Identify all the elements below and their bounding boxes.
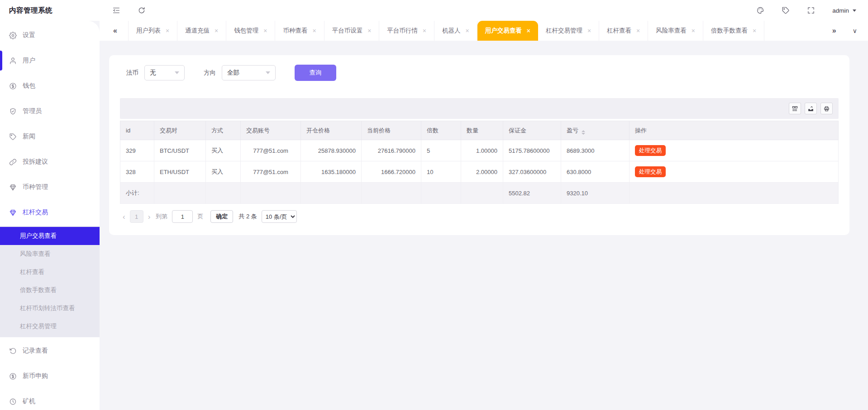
submenu-item[interactable]: 杠杆查看	[0, 263, 100, 281]
print-button[interactable]	[820, 103, 833, 114]
tabs-collapse-icon[interactable]: ∨	[853, 27, 857, 34]
tab[interactable]: 倍数手数查看 ×	[703, 21, 764, 41]
submenu-item[interactable]: 用户交易查看	[0, 227, 100, 245]
current-page-button[interactable]: 1	[130, 210, 143, 223]
dollar-circle-icon	[9, 82, 17, 90]
tab[interactable]: 平台币设置 ×	[324, 21, 380, 41]
amount-cell: 2.00000	[461, 161, 503, 183]
direction-filter-group: 方向 全部	[204, 65, 276, 80]
search-button[interactable]: 查询	[295, 65, 336, 81]
column-header[interactable]: 开仓价格	[301, 121, 362, 140]
submenu-item[interactable]: 倍数手数查看	[0, 281, 100, 299]
close-icon[interactable]: ×	[753, 27, 756, 34]
column-header[interactable]: 盈亏	[561, 121, 630, 140]
column-header[interactable]: 操作	[630, 121, 839, 140]
sidebar-item-label: 钱包	[23, 82, 35, 90]
sidebar-item-wallet[interactable]: 钱包	[0, 73, 100, 99]
margin-cell: 327.03600000	[503, 161, 561, 183]
table-header-row: id 交易对 方式 交易账号 开仓价格 当前价格 倍数	[120, 121, 839, 140]
handle-trade-button[interactable]: 处理交易	[635, 145, 666, 156]
table-toolbar	[120, 98, 839, 119]
sidebar-item-users[interactable]: 用户	[0, 48, 100, 73]
table-row: 328 ETH/USDT 买入 777@51.com 1635.180000 1…	[120, 161, 839, 183]
dollar-circle-icon	[9, 372, 17, 380]
trades-table: id 交易对 方式 交易账号 开仓价格 当前价格 倍数	[120, 121, 839, 204]
submenu-item[interactable]: 风险率查看	[0, 245, 100, 263]
fiat-select[interactable]: 无	[144, 65, 185, 80]
column-header[interactable]: 当前价格	[362, 121, 421, 140]
close-icon[interactable]: ×	[312, 27, 316, 34]
sidebar-item-coin-management[interactable]: 币种管理	[0, 174, 100, 200]
prev-page-icon[interactable]: ‹	[120, 213, 128, 221]
tab[interactable]: 通道充值 ×	[177, 21, 226, 41]
id-cell: 328	[120, 161, 154, 183]
close-icon[interactable]: ×	[367, 27, 371, 34]
sidebar-item-feedback[interactable]: 投拆建议	[0, 149, 100, 174]
user-menu[interactable]: admin	[832, 7, 856, 14]
tab[interactable]: 风险率查看 ×	[648, 21, 703, 41]
sidebar-item-news[interactable]: 新闻	[0, 124, 100, 149]
submenu-item[interactable]: 杠杆交易管理	[0, 317, 100, 335]
tab[interactable]: 用户列表 ×	[129, 21, 177, 41]
column-header[interactable]: 交易对	[154, 121, 206, 140]
tab[interactable]: 用户交易查看 ×	[477, 21, 538, 41]
tabs-scroll-right-icon[interactable]: »	[832, 27, 836, 35]
submenu-item-label: 风险率查看	[20, 250, 51, 258]
tabs-scroll-left-icon[interactable]: «	[100, 21, 129, 41]
menu-fold-icon[interactable]	[112, 6, 120, 14]
column-header[interactable]: 倍数	[421, 121, 461, 140]
refresh-icon[interactable]	[138, 6, 146, 14]
tab[interactable]: 机器人 ×	[434, 21, 477, 41]
active-section-indicator	[0, 51, 2, 71]
sidebar-item-leverage-trade[interactable]: 杠杆交易	[0, 200, 100, 225]
sidebar-item-admins[interactable]: 管理员	[0, 99, 100, 124]
tab[interactable]: 钱包管理 ×	[226, 21, 275, 41]
direction-select[interactable]: 全部	[222, 65, 276, 80]
fullscreen-icon[interactable]	[807, 6, 815, 14]
tag-icon[interactable]	[782, 6, 790, 14]
handle-trade-button[interactable]: 处理交易	[635, 166, 666, 178]
export-button[interactable]	[805, 103, 817, 114]
column-header[interactable]: id	[120, 121, 154, 140]
tab[interactable]: 杠杆交易管理 ×	[538, 21, 599, 41]
sidebar-item-label: 新币申购	[23, 372, 48, 380]
empty-cell	[362, 183, 421, 204]
page-size-select[interactable]: 10 条/页	[262, 210, 297, 223]
close-icon[interactable]: ×	[527, 27, 530, 34]
close-icon[interactable]: ×	[263, 27, 267, 34]
tab[interactable]: 平台币行情 ×	[379, 21, 434, 41]
tab-label: 杠杆查看	[607, 27, 631, 35]
empty-cell	[241, 183, 301, 204]
close-icon[interactable]: ×	[166, 27, 169, 34]
confirm-button[interactable]: 确定	[210, 210, 233, 223]
sidebar-item-records[interactable]: 记录查看	[0, 338, 100, 363]
sidebar-item-miner[interactable]: 矿机	[0, 389, 100, 410]
tab[interactable]: 币种查看 ×	[275, 21, 324, 41]
fiat-label: 法币	[126, 69, 138, 77]
empty-cell	[206, 183, 241, 204]
sort-icon[interactable]	[582, 130, 585, 135]
close-icon[interactable]: ×	[423, 27, 426, 34]
close-icon[interactable]: ×	[692, 27, 695, 34]
close-icon[interactable]: ×	[587, 27, 591, 34]
column-header[interactable]: 数量	[461, 121, 503, 140]
tab-label: 机器人	[442, 27, 461, 35]
sidebar-item-new-coin[interactable]: 新币申购	[0, 363, 100, 389]
next-page-icon[interactable]: ›	[145, 213, 153, 221]
columns-button[interactable]	[789, 103, 801, 114]
tag-icon	[9, 133, 17, 141]
pair-cell: BTC/USDT	[154, 140, 206, 161]
palette-icon[interactable]	[756, 6, 764, 14]
shield-check-icon	[9, 108, 17, 115]
column-header-label: 当前价格	[367, 127, 391, 134]
column-header[interactable]: 保证金	[503, 121, 561, 140]
close-icon[interactable]: ×	[215, 27, 218, 34]
close-icon[interactable]: ×	[466, 27, 469, 34]
column-header[interactable]: 交易账号	[241, 121, 301, 140]
close-icon[interactable]: ×	[636, 27, 640, 34]
sidebar-item-settings[interactable]: 设置	[0, 23, 100, 48]
submenu-item[interactable]: 杠杆币划转法币查看	[0, 299, 100, 317]
column-header[interactable]: 方式	[206, 121, 241, 140]
goto-page-input[interactable]	[172, 210, 193, 223]
tab[interactable]: 杠杆查看 ×	[599, 21, 648, 41]
